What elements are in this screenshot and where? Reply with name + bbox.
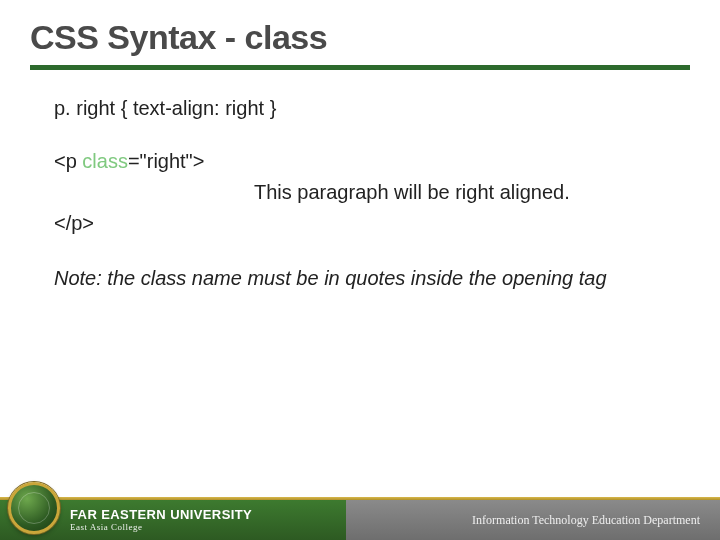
code-open-post: ="right">	[128, 150, 204, 172]
code-open-tag: <p class="right">	[54, 147, 690, 176]
code-close-tag: </p>	[54, 209, 690, 238]
note-text: Note: the class name must be in quotes i…	[54, 264, 690, 293]
title-underline	[30, 65, 690, 70]
slide-title: CSS Syntax - class	[30, 18, 690, 57]
code-body-text: This paragraph will be right aligned.	[54, 178, 690, 207]
department-name: Information Technology Education Departm…	[472, 513, 700, 528]
university-name: FAR EASTERN UNIVERSITY	[70, 508, 252, 522]
footer-right: Information Technology Education Departm…	[346, 500, 720, 540]
footer-bar: FAR EASTERN UNIVERSITY East Asia College…	[0, 500, 720, 540]
slide: CSS Syntax - class p. right { text-align…	[0, 0, 720, 540]
slide-content: p. right { text-align: right } <p class=…	[30, 94, 690, 293]
class-keyword: class	[82, 150, 128, 172]
footer: FAR EASTERN UNIVERSITY East Asia College…	[0, 480, 720, 540]
code-open-pre: <p	[54, 150, 82, 172]
css-rule-text: p. right { text-align: right }	[54, 94, 690, 123]
college-name: East Asia College	[70, 522, 252, 532]
university-seal-icon	[8, 482, 60, 534]
university-block: FAR EASTERN UNIVERSITY East Asia College	[70, 508, 252, 532]
